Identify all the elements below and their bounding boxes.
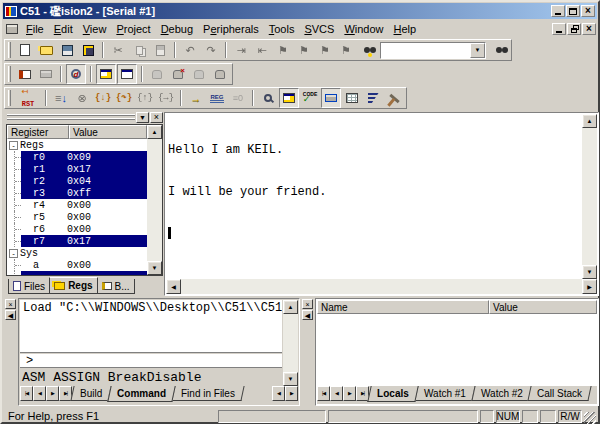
disassembly-window-button[interactable]: ≡0 — [228, 88, 248, 108]
mdi-restore-button[interactable] — [567, 23, 581, 35]
step-over-button[interactable]: {↷} — [114, 88, 134, 108]
redo-button[interactable]: ↷ — [201, 40, 221, 60]
menu-debug[interactable]: Debug — [156, 22, 198, 36]
enable-breakpoint-button[interactable] — [189, 64, 209, 84]
menu-tools[interactable]: Tools — [264, 22, 300, 36]
pane-collapse-button[interactable]: ◀ — [302, 310, 313, 320]
tab-scroll-first-button[interactable]: |◀ — [20, 386, 33, 401]
new-file-button[interactable] — [15, 40, 35, 60]
tab-scroll-next-button[interactable]: ▶ — [46, 386, 59, 401]
undo-button[interactable]: ↶ — [180, 40, 200, 60]
register-row[interactable]: r60x00 — [7, 223, 147, 235]
pane-close-button[interactable]: × — [150, 112, 163, 123]
register-row[interactable]: r10x17 — [7, 163, 147, 175]
run-to-cursor-button[interactable]: {→} — [156, 88, 176, 108]
register-window-button[interactable]: REG — [207, 88, 227, 108]
scrollbar-track[interactable] — [181, 279, 582, 294]
toolbar-grip[interactable] — [8, 90, 11, 106]
pane-collapse-button[interactable]: ◀ — [5, 310, 16, 320]
tab-watch2[interactable]: Watch #2 — [471, 386, 532, 401]
scrollbar-track[interactable] — [147, 139, 162, 261]
show-next-statement-button[interactable]: → — [186, 88, 206, 108]
scroll-left-button[interactable]: ◀ — [166, 279, 181, 294]
collapse-icon[interactable]: - — [9, 249, 18, 258]
kill-all-breakpoints-button[interactable]: × — [168, 64, 188, 84]
register-row[interactable]: r30xff — [7, 187, 147, 199]
find-in-files-button[interactable] — [357, 40, 377, 60]
register-row[interactable]: a0x00 — [7, 259, 147, 271]
prev-bookmark-button[interactable]: ⚑ — [315, 40, 335, 60]
tab-books[interactable]: B... — [97, 279, 135, 294]
serial-horizontal-scrollbar[interactable]: ◀ ▶ — [166, 279, 597, 294]
pane-menu-button[interactable]: ▼ — [136, 112, 149, 123]
tab-scroll-first-button[interactable]: |◀ — [317, 386, 330, 401]
register-scrollbar[interactable]: ▲ ▼ — [147, 125, 162, 275]
scroll-down-button[interactable]: ▼ — [147, 261, 162, 275]
resize-grip[interactable] — [584, 412, 596, 424]
step-out-button[interactable]: {↑} — [135, 88, 155, 108]
scroll-up-button[interactable]: ▲ — [283, 300, 298, 314]
symbol-window-button[interactable] — [258, 88, 278, 108]
command-scrollbar[interactable]: ▲ ▼ — [283, 300, 298, 386]
pane-gripper[interactable]: ▼ × — [6, 112, 163, 123]
mdi-close-button[interactable]: × — [582, 23, 596, 35]
project-window-button[interactable] — [96, 64, 116, 84]
register-group-row[interactable]: -Sys — [7, 247, 147, 259]
menu-peripherals[interactable]: Peripherals — [198, 22, 264, 36]
tab-command[interactable]: Command — [108, 386, 176, 402]
menu-edit[interactable]: Edit — [49, 22, 78, 36]
tab-watch1[interactable]: Watch #1 — [414, 386, 475, 401]
value-column-header[interactable]: Value — [489, 300, 597, 314]
cut-button[interactable]: ✂ — [108, 40, 128, 60]
app-icon[interactable] — [5, 6, 17, 17]
register-row-partial[interactable] — [7, 271, 147, 275]
tab-scroll-next-button[interactable]: ▶ — [343, 386, 356, 401]
find-combobox[interactable]: ▼ — [380, 42, 486, 59]
register-column-header[interactable]: Register — [7, 125, 69, 139]
reset-cpu-button[interactable]: ↤RST — [15, 88, 41, 108]
tab-regs[interactable]: Regs — [49, 277, 97, 294]
tab-files[interactable]: Files — [8, 279, 50, 294]
tab-build[interactable]: Build — [70, 386, 111, 401]
books-button[interactable] — [15, 64, 35, 84]
scroll-right-button[interactable]: ▶ — [582, 279, 597, 294]
serial-vertical-scrollbar[interactable]: ▲ ▼ — [582, 114, 597, 279]
scroll-up-button[interactable]: ▲ — [147, 125, 162, 139]
close-button[interactable]: × — [581, 5, 595, 17]
value-column-header[interactable]: Value — [69, 125, 147, 139]
mdi-minimize-button[interactable] — [552, 23, 566, 35]
scrollbar-track[interactable] — [582, 128, 597, 265]
code-coverage-button[interactable]: CODE✓ — [300, 88, 320, 108]
toolbox-button[interactable] — [384, 88, 404, 108]
next-bookmark-button[interactable]: ⚑ — [294, 40, 314, 60]
tab-call-stack[interactable]: Call Stack — [528, 386, 592, 401]
toolbar-grip[interactable] — [8, 66, 11, 82]
halt-button[interactable]: ⊗ — [72, 88, 92, 108]
collapse-icon[interactable]: - — [9, 141, 18, 150]
menu-view[interactable]: View — [78, 22, 112, 36]
tab-find-in-files[interactable]: Find in Files — [172, 386, 245, 401]
scroll-down-button[interactable]: ▼ — [582, 265, 597, 279]
mdi-document-icon[interactable] — [6, 24, 18, 34]
register-row[interactable]: r40x00 — [7, 199, 147, 211]
disable-all-breakpoints-button[interactable] — [210, 64, 230, 84]
step-into-button[interactable]: {↓} — [93, 88, 113, 108]
tab-scroll-prev-button[interactable]: ◀ — [330, 386, 343, 401]
tab-hscroll-left-button[interactable]: ◀ — [272, 386, 285, 401]
maximize-button[interactable] — [566, 5, 580, 17]
paste-button[interactable] — [150, 40, 170, 60]
save-all-button[interactable] — [78, 40, 98, 60]
register-row[interactable]: r50x00 — [7, 211, 147, 223]
unindent-button[interactable]: ⇤ — [252, 40, 272, 60]
print-button[interactable] — [36, 64, 56, 84]
clear-bookmarks-button[interactable]: ⚑ — [336, 40, 356, 60]
register-row[interactable]: r20x04 — [7, 175, 147, 187]
copy-button[interactable] — [129, 40, 149, 60]
find-button[interactable] — [489, 40, 509, 60]
output-window-button[interactable] — [117, 64, 137, 84]
menu-window[interactable]: Window — [339, 22, 388, 36]
command-output-area[interactable]: Load "C:\\WINDOWS\\Desktop\\C51\\C51 — [20, 300, 282, 353]
menu-help[interactable]: Help — [389, 22, 422, 36]
serial-output-area[interactable]: Hello I am KEIL. I will be your friend. — [166, 114, 581, 278]
toggle-bookmark-button[interactable]: ⚑ — [273, 40, 293, 60]
